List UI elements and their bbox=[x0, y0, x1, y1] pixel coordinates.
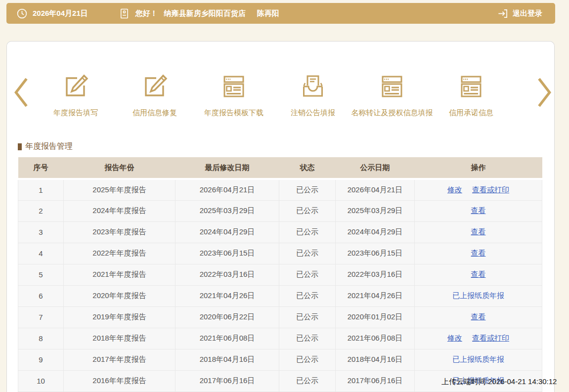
table-row: 5 2021年年度报告 2022年03月16日 已公示 2022年03月16日 … bbox=[18, 264, 542, 285]
cell-modified-date: 2025年03月29日 bbox=[175, 200, 279, 221]
cell-report-year: 2017年年度报告 bbox=[64, 349, 175, 370]
cell-report-year: 2025年年度报告 bbox=[64, 179, 175, 200]
greeting-text: 您好！ bbox=[135, 9, 158, 18]
cell-report-year: 2016年年度报告 bbox=[64, 370, 175, 392]
cell-actions: 查看 bbox=[415, 264, 542, 285]
cell-publish-date: 2018年04月16日 bbox=[336, 349, 415, 370]
cell-actions: 已上报纸质年报 bbox=[415, 349, 542, 370]
table-row: 1 2025年年度报告 2026年04月21日 已公示 2026年04月21日 … bbox=[18, 179, 542, 200]
cell-publish-date: 2021年04月26日 bbox=[336, 285, 415, 306]
cell-publish-date: 2023年06月15日 bbox=[336, 243, 415, 264]
edit-report-icon bbox=[62, 72, 89, 101]
cell-status: 已公示 bbox=[279, 221, 336, 243]
edit-report-icon bbox=[141, 72, 169, 101]
cell-modified-date: 2018年04月16日 bbox=[175, 349, 279, 370]
cell-actions: 查看 bbox=[415, 243, 542, 264]
table-header-row: 序号 报告年份 最后修改日期 状态 公示日期 操作 bbox=[18, 157, 542, 179]
logout-button[interactable]: 退出登录 bbox=[497, 8, 542, 19]
section-header: 年度报告管理 bbox=[18, 141, 73, 152]
cell-index: 7 bbox=[18, 306, 64, 328]
date-display: 2026年04月21日 bbox=[16, 8, 88, 19]
cell-modified-date: 2026年04月21日 bbox=[175, 179, 279, 200]
cell-report-year: 2020年年度报告 bbox=[64, 285, 175, 306]
column-header: 最后修改日期 bbox=[175, 157, 279, 179]
cell-actions: 查看 bbox=[415, 200, 542, 221]
table-row: 7 2019年年度报告 2020年06月22日 已公示 2020年01月02日 … bbox=[18, 306, 542, 328]
user-name: 陈再阳 bbox=[257, 9, 279, 18]
cell-index: 8 bbox=[18, 328, 64, 349]
upload-time-watermark: 上传云端时间:2026-04-21 14:30:12 bbox=[441, 377, 557, 387]
report-page-icon bbox=[220, 72, 248, 101]
carousel-item[interactable]: 注销公告填报 bbox=[273, 72, 352, 118]
action-link[interactable]: 查看 bbox=[471, 249, 486, 257]
cell-report-year: 2024年年度报告 bbox=[64, 200, 175, 221]
cell-index: 1 bbox=[18, 179, 64, 200]
cell-publish-date: 2024年04月29日 bbox=[336, 221, 415, 243]
table-row: 6 2020年年度报告 2021年04月26日 已公示 2021年04月26日 … bbox=[18, 285, 542, 306]
carousel-item[interactable]: 名称转让及授权信息填报 bbox=[352, 72, 432, 118]
cell-status: 已公示 bbox=[279, 370, 336, 392]
greeting-area: 您好！ 纳雍县新房乡阳阳百货店 陈再阳 bbox=[119, 8, 279, 19]
annual-report-table: 序号 报告年份 最后修改日期 状态 公示日期 操作 1 2025年年度报告 bbox=[18, 157, 542, 392]
carousel-item-label: 信用信息修复 bbox=[132, 108, 177, 118]
table-row: 2 2024年年度报告 2025年03月29日 已公示 2025年03月29日 … bbox=[18, 200, 542, 221]
cell-modified-date: 2021年06月08日 bbox=[175, 328, 279, 349]
cell-actions: 已上报纸质年报 bbox=[415, 285, 542, 306]
cell-publish-date: 2026年04月21日 bbox=[336, 179, 415, 200]
section-title: 年度报告管理 bbox=[25, 141, 73, 152]
cell-publish-date: 2017年06月16日 bbox=[336, 370, 415, 392]
column-header: 序号 bbox=[18, 157, 64, 179]
inbox-announcement-icon bbox=[299, 72, 327, 101]
action-link: 已上报纸质年报 bbox=[452, 355, 504, 363]
cell-modified-date: 2022年03月16日 bbox=[175, 264, 279, 285]
cell-status: 已公示 bbox=[279, 200, 336, 221]
carousel-item[interactable]: 信用承诺信息 bbox=[432, 72, 511, 118]
action-link[interactable]: 查看 bbox=[471, 270, 486, 278]
cell-index: 4 bbox=[18, 243, 64, 264]
carousel-prev-button[interactable] bbox=[13, 76, 30, 109]
action-link[interactable]: 查看 bbox=[471, 227, 486, 236]
carousel-item[interactable]: 信用信息修复 bbox=[115, 72, 194, 118]
report-page-icon bbox=[457, 72, 485, 101]
cell-modified-date: 2023年06月15日 bbox=[175, 243, 279, 264]
carousel-item-label: 注销公告填报 bbox=[291, 108, 335, 118]
cell-status: 已公示 bbox=[279, 328, 336, 349]
section-bullet bbox=[18, 143, 22, 150]
action-link[interactable]: 修改 bbox=[447, 185, 462, 194]
cell-status: 已公示 bbox=[279, 306, 336, 328]
cell-actions: 查看 bbox=[415, 221, 542, 243]
report-page-icon bbox=[378, 72, 406, 101]
cell-status: 已公示 bbox=[279, 243, 336, 264]
action-link: 已上报纸质年报 bbox=[452, 291, 504, 300]
cell-actions: 修改 查看或打印 bbox=[415, 179, 542, 200]
logout-label: 退出登录 bbox=[513, 9, 542, 18]
action-link[interactable]: 查看 bbox=[471, 206, 486, 215]
action-link[interactable]: 查看或打印 bbox=[472, 334, 509, 342]
carousel-item-label: 信用承诺信息 bbox=[449, 108, 493, 118]
cell-modified-date: 2021年04月26日 bbox=[175, 285, 279, 306]
action-link[interactable]: 查看 bbox=[471, 312, 486, 321]
current-date: 2026年04月21日 bbox=[33, 9, 88, 18]
cell-index: 6 bbox=[18, 285, 64, 306]
cell-status: 已公示 bbox=[279, 179, 336, 200]
cell-index: 2 bbox=[18, 200, 64, 221]
action-link[interactable]: 查看或打印 bbox=[472, 185, 509, 194]
carousel-item-label: 年度报告填写 bbox=[53, 108, 98, 118]
carousel-item[interactable]: 年度报告模板下载 bbox=[194, 72, 273, 118]
cell-index: 10 bbox=[18, 370, 64, 392]
column-header: 状态 bbox=[279, 157, 336, 179]
table-row: 8 2018年年度报告 2021年06月08日 已公示 2021年06月08日 … bbox=[18, 328, 542, 349]
table-row: 9 2017年年度报告 2018年04月16日 已公示 2018年04月16日 … bbox=[18, 349, 542, 370]
main-panel: 年度报告填写 bbox=[6, 41, 555, 392]
carousel-next-button[interactable] bbox=[536, 76, 553, 109]
cell-publish-date: 2021年06月08日 bbox=[336, 328, 415, 349]
column-header: 操作 bbox=[415, 157, 542, 179]
cell-modified-date: 2020年06月22日 bbox=[175, 306, 279, 328]
carousel-item[interactable]: 年度报告填写 bbox=[36, 72, 115, 118]
logout-icon bbox=[497, 8, 508, 19]
company-name: 纳雍县新房乡阳阳百货店 bbox=[164, 9, 246, 18]
cell-publish-date: 2020年01月02日 bbox=[336, 306, 415, 328]
cell-report-year: 2022年年度报告 bbox=[64, 243, 175, 264]
cell-report-year: 2018年年度报告 bbox=[64, 328, 175, 349]
action-link[interactable]: 修改 bbox=[447, 334, 462, 342]
